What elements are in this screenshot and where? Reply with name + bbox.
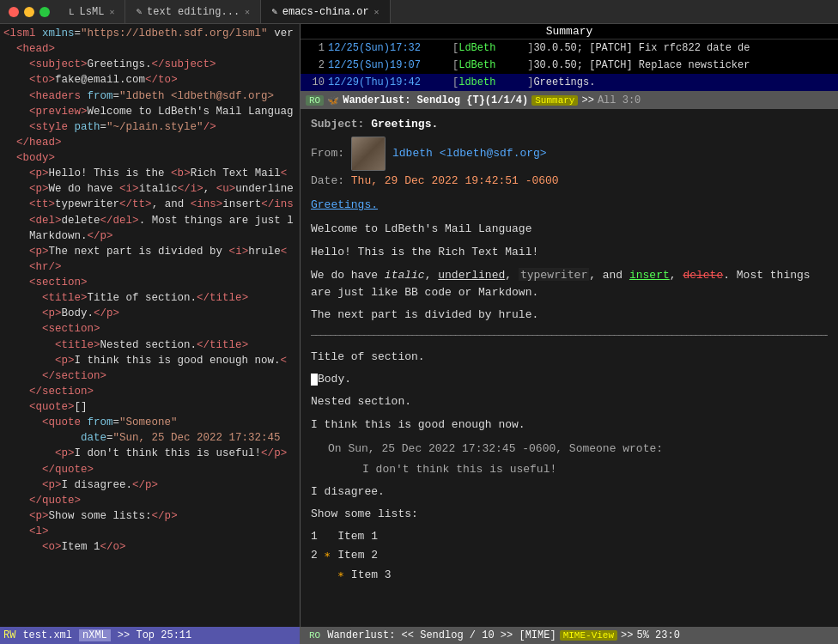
nested-section: Nested section. [311,393,828,410]
editor-line: <p>We do have <i>italic</i>, <u>underlin… [3,181,296,197]
summary-num-1: 1 [304,40,325,56]
summary-bracket-open-1: [ [452,40,458,56]
summary-bracket-close-2: ] [527,58,533,73]
tab-icon-text: ✎ [136,6,142,17]
modeline-bottom: RO Wanderlust: << Sendlog / 10 >> [MIME]… [301,627,838,644]
tab-close-emacs[interactable]: ✕ [374,7,380,17]
editor-line: <style path="~/plain.style"/> [3,119,296,135]
tab-lsml[interactable]: L LsML ✕ [58,0,125,23]
list-item-1: 1 Item 1 [311,528,828,545]
modeline-title: Wanderlust: Sendlog {T}(1/1/4) [343,94,528,106]
summary-date-1: 12/25(Sun)17:32 [328,40,452,56]
tab-bar: L LsML ✕ ✎ text editing... ✕ ✎ emacs-chi… [0,0,838,24]
tab-label-emacs: emacs-china.or [282,6,369,18]
date-value: Thu, 29 Dec 2022 19:42:51 -0600 [351,174,559,187]
section-body: Body. [311,371,828,388]
modeline-ro: RO [306,95,324,106]
editor-line: <p>Hello! This is the <b>Rich Text Mail< [3,166,296,181]
good-enough: I think this is good enough now. [311,416,828,434]
editor-rw-indicator: RW [3,629,15,641]
quote-block: On Sun, 25 Dec 2022 17:32:45 -0600, Some… [328,440,828,478]
left-panel: <lsml xmlns="https://ldbeth.sdf.org/lsml… [0,24,301,644]
close-button[interactable] [9,7,19,17]
list-text-3: Item 3 [351,568,392,581]
summary-from-2: LdBeth [458,58,527,73]
butterfly-icon: 🦋 [327,95,339,106]
list-indent-3 [311,568,331,581]
tab-text-editing[interactable]: ✎ text editing... ✕ [125,0,261,23]
list-num-1: 1 [311,530,331,543]
summary-bracket-close-10: ] [527,75,533,90]
avatar-image [352,137,385,170]
editor-line: <lsml xmlns="https://ldbeth.sdf.org/lsml… [3,26,296,41]
list-text-1: Item 1 [337,530,378,543]
traffic-lights [0,7,58,17]
quote-header: On Sun, 25 Dec 2022 17:32:45 -0600, Some… [328,440,828,458]
editor-line: <subject>Greetings.</subject> [3,57,296,72]
maximize-button[interactable] [39,7,50,17]
summary-date-10: 12/29(Thu)19:42 [328,75,452,90]
cursor [311,374,318,386]
mime-view-button[interactable]: MIME-View [560,630,617,641]
from-name: ldbeth [392,145,433,162]
avatar [351,137,386,171]
summary-button[interactable]: Summary [531,95,578,106]
editor-line: </section> [3,368,296,384]
tab-emacs-china[interactable]: ✎ emacs-china.or ✕ [261,0,390,23]
main-area: <lsml xmlns="https://ldbeth.sdf.org/lsml… [0,24,838,644]
email-subject-line: Subject: Greetings. [311,116,828,133]
editor-line: </head> [3,135,296,150]
email-p3-pre: We do have italic, underlined, [311,269,519,282]
modeline-bottom-ro: RO [306,630,324,641]
editor-line: <p>I don't think this is useful!</p> [3,446,296,461]
editor-line: <to>fake@email.com</to> [3,72,296,88]
email-body[interactable]: Subject: Greetings. From: ldbeth <ldbeth… [301,109,838,627]
email-p2: Hello! This is the Rich Text Mail! [311,244,828,261]
tt-text: typewriter [519,268,589,281]
insert-text: insert [629,269,670,282]
date-label: Date: [311,174,351,187]
modeline-top: RO 🦋 Wanderlust: Sendlog {T}(1/1/4) Summ… [301,92,838,109]
summary-from-1: LdBeth [458,40,527,56]
modeline-sep: >> [581,94,593,106]
tab-close-text[interactable]: ✕ [245,7,250,17]
editor-line: <title>Nested section.</title> [3,337,296,353]
editor-line: Markdown.</p> [3,228,296,244]
underlined-text: underlined [438,269,505,282]
tab-label-text: text editing... [147,6,240,18]
editor-status-bar: RW test.xml nXML >> Top 25:11 [0,627,300,644]
list-text-2: Item 2 [337,549,378,562]
minimize-button[interactable] [24,7,34,17]
summary-num-2: 2 [304,58,325,73]
editor-line: </section> [3,384,296,399]
summary-bracket-open-10: [ [452,75,458,90]
hrule-line: ────────────────────────────────────────… [311,329,828,343]
summary-row-1[interactable]: 1 12/25(Sun)17:32 [ LdBeth ] 30.0.50; [P… [301,39,838,57]
summary-row-2[interactable]: 2 12/25(Sun)19:07 [ LdBeth ] 30.0.50; [P… [301,57,838,74]
editor-line: <l> [3,524,296,539]
editor-line: <quote from="Someone" [3,415,296,430]
summary-subject-10: Greetings. [533,75,595,90]
greetings-link[interactable]: Greetings. [311,197,828,214]
email-date-line: Date: Thu, 29 Dec 2022 19:42:51 -0600 [311,173,828,190]
editor-line: <o>Item 1</o> [3,539,296,555]
summary-from-10: ldbeth [458,75,527,90]
tab-close-lsml[interactable]: ✕ [109,7,114,17]
editor-mode: nXML [79,629,111,641]
section-body-text: Body. [318,373,351,386]
section-title: Title of section. [311,349,828,366]
editor-line: <quote>[] [3,399,296,415]
reply-text: I disagree. [311,483,828,501]
summary-row-10[interactable]: 10 12/29(Thu)19:42 [ ldbeth ] Greetings. [301,74,838,91]
summary-bracket-open-2: [ [452,58,458,73]
summary-area: Summary 1 12/25(Sun)17:32 [ LdBeth ] 30.… [301,24,838,92]
editor-line: date="Sun, 25 Dec 2022 17:32:45 [3,430,296,446]
show-lists: Show some lists: [311,506,828,523]
star-icon-3: ∗ [337,568,351,581]
summary-date-2: 12/25(Sun)19:07 [328,58,452,73]
email-body-content: Greetings. Welcome to LdBeth's Mail Lang… [311,197,828,583]
modeline-bottom-title: Wanderlust: << Sendlog / 10 >> [MIME] [327,629,556,641]
editor-line: <del>delete</del>. Most things are just … [3,213,296,228]
editor-line: <hr/> [3,259,296,275]
email-p4: The next part is divided by hrule. [311,307,828,324]
